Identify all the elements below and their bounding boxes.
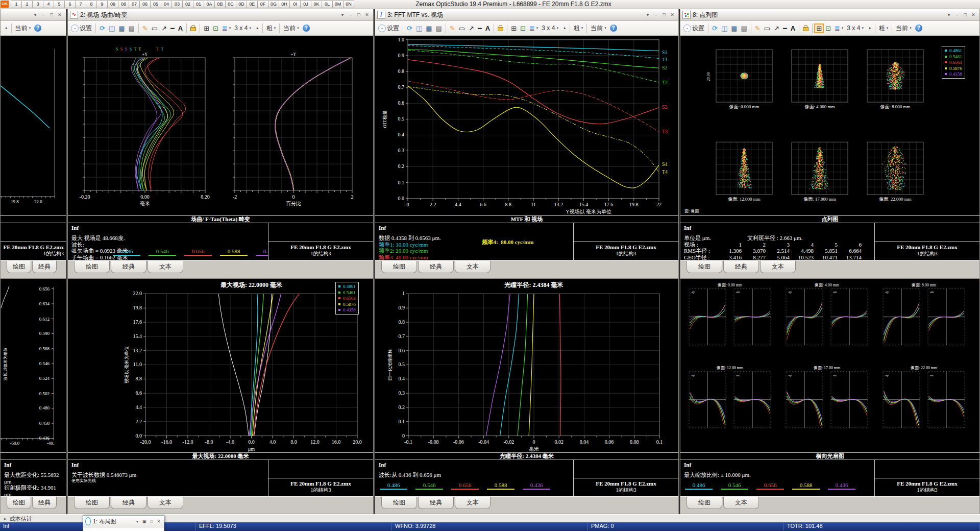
workspace-tab-6[interactable]: 6 — [64, 1, 75, 8]
workspace-tab-04[interactable]: 04 — [161, 1, 172, 8]
close-button[interactable]: ✕ — [668, 11, 676, 18]
minimize-button[interactable]: – — [652, 11, 660, 18]
tab-经典[interactable]: 经典 — [111, 261, 146, 273]
restore-button[interactable]: ▣ — [141, 518, 148, 525]
tab-经典[interactable]: 经典 — [723, 261, 759, 273]
opticstudio-logo-icon[interactable]: OS — [1, 1, 9, 8]
tab-绘图[interactable]: 绘图 — [687, 261, 722, 273]
toolbar-refresh-icon[interactable]: ⟳ — [99, 25, 106, 32]
toolbar-draw-pencil-icon[interactable]: ✎ — [141, 25, 149, 32]
tab-绘图[interactable]: 绘图 — [74, 261, 110, 273]
toolbar-clock-icon[interactable]: ◔ — [866, 25, 872, 32]
tab-文本[interactable]: 文本 — [455, 261, 491, 273]
toolbar-settings-button[interactable]: ⌄设置 — [377, 23, 400, 33]
close-button[interactable]: ✕ — [969, 11, 977, 18]
minimize-button[interactable]: – — [347, 11, 355, 18]
workspace-tab-0C[interactable]: 0C — [225, 1, 236, 8]
toolbar-save-icon[interactable]: ▦ — [425, 25, 433, 32]
expand-arrow-icon[interactable]: ▸ — [4, 516, 7, 521]
toolbar-draw-arrow-icon[interactable]: ↗ — [160, 25, 168, 32]
toolbar-save-icon[interactable]: ▦ — [730, 25, 738, 32]
tab-绘图[interactable]: 绘图 — [381, 497, 417, 509]
toolbar-settings-button[interactable]: ⌄设置 — [682, 23, 705, 33]
tab-绘图[interactable]: 绘图 — [381, 261, 417, 273]
tab-经典[interactable]: 经典 — [32, 497, 57, 509]
workspace-tab-05[interactable]: 05 — [150, 1, 161, 8]
toolbar-grid-size-button[interactable]: 3 x 4▾ — [541, 24, 559, 32]
toolbar-draw-text-icon[interactable]: A — [484, 25, 491, 32]
toolbar-settings-button[interactable]: ⌄设置 — [70, 23, 93, 33]
workspace-tab-0K[interactable]: 0K — [311, 1, 322, 8]
toolbar-lock-icon[interactable] — [802, 25, 810, 32]
toolbar-monitor-icon[interactable]: ⊡ — [824, 25, 832, 32]
window-menu-button[interactable]: ▾ — [134, 518, 141, 525]
toolbar-draw-arrow-icon[interactable]: ↗ — [468, 25, 475, 32]
toolbar-lock-icon[interactable] — [497, 25, 504, 32]
workspace-tab-0D[interactable]: 0D — [236, 1, 247, 8]
toolbar-current-button[interactable]: 当前▾ — [14, 23, 32, 33]
toolbar-help-icon[interactable]: ? — [609, 24, 618, 32]
toolbar-draw-pencil-icon[interactable]: ✎ — [449, 25, 456, 32]
toolbar-grid-size-button[interactable]: 3 x 4▾ — [846, 24, 865, 32]
toolbar-thickness-button[interactable]: 粗▾ — [265, 23, 277, 33]
window-titlebar[interactable]: 8: 点列图 ▾–□✕ — [680, 9, 979, 21]
toolbar-layers-icon[interactable]: ≣▾ — [834, 25, 844, 32]
workspace-tab-2[interactable]: 2 — [21, 1, 32, 8]
toolbar-lock-icon[interactable] — [189, 25, 197, 32]
workspace-tab-03[interactable]: 03 — [172, 1, 182, 8]
toolbar-current-button[interactable]: 当前▾ — [590, 23, 607, 33]
toolbar-draw-line-icon[interactable]: ━ — [169, 25, 176, 32]
workspace-tab-08[interactable]: 08 — [118, 1, 129, 8]
toolbar-draw-arrow-icon[interactable]: ↗ — [773, 25, 780, 32]
workspace-tab-0I[interactable]: 0I — [289, 1, 300, 8]
maximize-button[interactable]: □ — [47, 11, 56, 18]
workspace-tab-09[interactable]: 09 — [107, 1, 118, 8]
toolbar-print-icon[interactable]: ▤ — [740, 25, 748, 32]
toolbar-thickness-button[interactable]: 粗▾ — [878, 23, 890, 33]
toolbar-copy-icon[interactable]: ◫ — [108, 25, 116, 32]
maximize-button[interactable]: □ — [961, 11, 969, 18]
maximize-button[interactable]: □ — [660, 11, 668, 18]
tab-绘图[interactable]: 绘图 — [7, 261, 31, 273]
minimize-button[interactable]: – — [39, 11, 47, 18]
toolbar-help-icon[interactable]: ? — [302, 24, 311, 32]
window-titlebar[interactable]: 3: FFT MTF vs. 视场 ▾–□✕ — [375, 9, 678, 21]
toolbar-monitor-icon[interactable]: ⊡ — [212, 25, 219, 32]
toolbar-draw-rect-icon[interactable]: ▭ — [763, 25, 771, 32]
tab-文本[interactable]: 文本 — [455, 497, 491, 509]
window-menu-button[interactable]: ▾ — [945, 11, 953, 18]
toolbar-copy-icon[interactable]: ◫ — [720, 25, 728, 32]
workspace-tab-0N[interactable]: 0N — [343, 1, 354, 8]
tab-经典[interactable]: 经典 — [111, 497, 146, 509]
workspace-tab-06[interactable]: 06 — [139, 1, 150, 8]
minimize-button[interactable]: – — [953, 11, 961, 18]
toolbar-clock-icon[interactable]: ◔ — [561, 25, 567, 32]
toolbar-layers-icon[interactable]: ≣▾ — [528, 25, 539, 32]
tab-经典[interactable]: 经典 — [418, 261, 454, 273]
tab-文本[interactable]: 文本 — [760, 261, 796, 273]
close-button[interactable]: ✕ — [363, 11, 371, 18]
maximize-button[interactable]: □ — [148, 518, 155, 525]
toolbar-draw-line-icon[interactable]: ━ — [782, 25, 788, 32]
float-window-titlebar[interactable]: 1: 布局图 ▾▣□✕ — [83, 516, 164, 527]
toolbar-print-icon[interactable]: ▤ — [128, 25, 136, 32]
workspace-tab-01[interactable]: 01 — [193, 1, 204, 8]
tab-绘图[interactable]: 绘图 — [687, 497, 722, 509]
toolbar-current-button[interactable]: 当前▾ — [282, 23, 300, 33]
workspace-tab-5[interactable]: 5 — [54, 1, 64, 8]
window-titlebar[interactable]: ▾–□✕ — [1, 9, 66, 21]
tab-经典[interactable]: 经典 — [418, 497, 454, 509]
toolbar-refresh-icon[interactable]: ⟳ — [711, 25, 719, 32]
toolbar-draw-rect-icon[interactable]: ▭ — [151, 25, 159, 32]
workspace-tab-4[interactable]: 4 — [43, 1, 54, 8]
workspace-tab-0B[interactable]: 0B — [214, 1, 225, 8]
close-button[interactable]: ✕ — [155, 518, 162, 525]
workspace-tab-9[interactable]: 9 — [96, 1, 107, 8]
workspace-tab-0H[interactable]: 0H — [279, 1, 289, 8]
workspace-tab-0L[interactable]: 0L — [322, 1, 332, 8]
tab-绘图[interactable]: 绘图 — [7, 497, 31, 509]
tab-文本[interactable]: 文本 — [148, 497, 183, 509]
tab-文本[interactable]: 文本 — [148, 261, 183, 273]
workspace-tab-0J[interactable]: 0J — [300, 1, 311, 8]
toolbar-clock-icon[interactable]: ◔ — [254, 25, 260, 32]
